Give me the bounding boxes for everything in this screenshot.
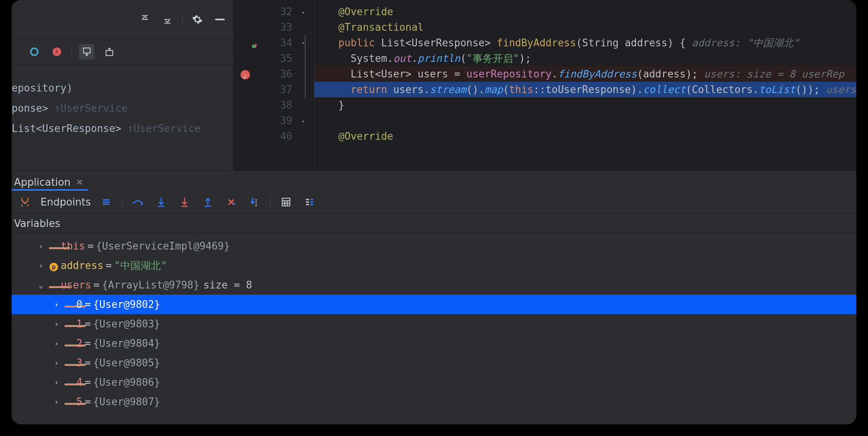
variable-row[interactable]: ⌄ users = {ArrayList@9798} size = 8 [12, 275, 856, 295]
evaluate-expression-icon[interactable] [278, 194, 294, 210]
variable-name: this [61, 240, 85, 252]
variable-row[interactable]: › 3 = {User@9805} [12, 353, 856, 373]
close-icon[interactable]: ✕ [74, 178, 83, 187]
variable-name: 4 [76, 376, 83, 388]
structure-list: epository)ponse> ↑UserServiceList<UserRe… [12, 65, 233, 139]
object-icon [47, 240, 61, 252]
equals-sign: = [83, 299, 93, 310]
variable-value: "中国湖北" [114, 259, 167, 272]
variable-name: users [61, 279, 91, 291]
code-editor[interactable]: ▾ ▾ ▴ 323334353637383940 @Override @Tran… [234, 0, 856, 171]
chevron-right-icon[interactable]: › [51, 319, 62, 329]
gutter-line[interactable]: 36 [234, 66, 314, 82]
structure-item[interactable]: epository) [12, 78, 233, 98]
lambda-icon[interactable]: λ [49, 44, 65, 60]
gutter-line[interactable]: 33 [234, 19, 314, 35]
drop-frame-icon[interactable] [223, 194, 239, 210]
object-icon [62, 376, 76, 388]
debug-panel: Application ✕ Endpoints [12, 171, 856, 424]
variable-row[interactable]: ›p address = "中国湖北" [12, 256, 856, 275]
gear-icon[interactable] [190, 12, 205, 27]
chevron-down-icon[interactable]: ⌄ [35, 280, 47, 290]
code-line[interactable] [315, 113, 856, 128]
debug-tab-bar: Application ✕ [12, 171, 856, 190]
code-line[interactable]: @Override [315, 128, 856, 144]
variable-row[interactable]: › this = {UserServiceImpl@9469} [12, 236, 856, 256]
gutter-line[interactable]: 32 [234, 4, 314, 19]
force-step-into-icon[interactable] [177, 194, 192, 210]
ide-window: λ epository)ponse> ↑UserServiceList<User… [12, 0, 856, 424]
left-side-panel: λ epository)ponse> ↑UserServiceList<User… [12, 0, 234, 171]
left-toolbar-row-1 [12, 0, 233, 39]
left-toolbar-row-2: λ [12, 39, 233, 65]
autoscroll-to-source-icon[interactable] [79, 44, 95, 60]
step-into-icon[interactable] [153, 194, 169, 210]
breakpoint-icon[interactable] [241, 70, 250, 79]
object-icon [62, 338, 76, 349]
trace-icon[interactable] [302, 194, 317, 210]
svg-rect-7 [283, 198, 290, 206]
equals-sign: = [83, 357, 93, 369]
toolbar-separator [182, 13, 183, 26]
code-line[interactable]: @Transactional [315, 19, 856, 35]
threads-icon[interactable] [17, 194, 33, 210]
gutter-line[interactable]: 38 [234, 97, 314, 113]
collapse-all-icon[interactable] [160, 12, 175, 27]
variable-value: {User@9803} [93, 318, 160, 330]
gutter-line[interactable]: 34 [234, 35, 314, 51]
variable-name: 1 [76, 318, 83, 330]
structure-item[interactable]: List<UserResponse> ↑UserService [12, 118, 233, 139]
chevron-right-icon[interactable]: › [51, 397, 62, 406]
breakpoint-marker-icon[interactable] [26, 44, 42, 60]
variable-row[interactable]: › 4 = {User@9806} [12, 373, 856, 392]
variables-tree[interactable]: › this = {UserServiceImpl@9469}›p addres… [12, 233, 856, 424]
tab-label: Application [14, 176, 70, 188]
toolbar-separator [270, 196, 271, 208]
gutter-line[interactable]: 40 [234, 128, 314, 144]
param-icon: p [47, 260, 61, 271]
variable-row[interactable]: › 1 = {User@9803} [12, 314, 856, 334]
variable-name: 0 [76, 299, 83, 310]
tab-application[interactable]: Application ✕ [12, 176, 88, 190]
code-line[interactable]: @Override [315, 4, 856, 19]
variable-value: {User@9807} [93, 396, 160, 408]
layout-icon[interactable] [98, 194, 114, 210]
gutter-line[interactable]: 39 [234, 113, 314, 128]
object-icon [62, 318, 76, 330]
code-line[interactable]: List<User> users = userRepository.findBy… [315, 66, 856, 82]
gutter-line[interactable]: 35 [234, 51, 314, 66]
equals-sign: = [104, 260, 114, 271]
variable-row[interactable]: › 0 = {User@9802} [12, 295, 856, 314]
autoscroll-from-source-icon[interactable] [102, 44, 117, 60]
code-line[interactable]: System.out.println("事务开启"); [315, 51, 856, 66]
gutter-line[interactable]: 37 [234, 82, 314, 97]
chevron-right-icon[interactable]: › [51, 339, 62, 348]
step-out-icon[interactable] [200, 194, 216, 210]
code-line[interactable]: } [315, 97, 856, 113]
equals-sign: = [83, 318, 93, 330]
code-line[interactable]: return users.stream().map(this::toUserRe… [315, 82, 856, 97]
variable-row[interactable]: › 5 = {User@9807} [12, 392, 856, 411]
variable-row[interactable]: › 2 = {User@9804} [12, 334, 856, 353]
equals-sign: = [83, 376, 93, 388]
code-body[interactable]: @Override @Transactional public List<Use… [315, 0, 856, 171]
variable-name: 5 [76, 396, 83, 408]
expand-all-icon[interactable] [137, 12, 153, 27]
svg-rect-0 [215, 19, 225, 20]
step-over-icon[interactable] [130, 194, 146, 210]
chevron-right-icon[interactable]: › [51, 378, 62, 387]
top-region: λ epository)ponse> ↑UserServiceList<User… [12, 0, 856, 171]
variable-value: {User@9802} [93, 299, 160, 310]
chevron-right-icon[interactable]: › [35, 261, 47, 270]
object-icon [62, 357, 76, 369]
chevron-right-icon[interactable]: › [35, 241, 47, 251]
svg-text:λ: λ [55, 48, 58, 55]
equals-sign: = [91, 279, 102, 291]
chevron-right-icon[interactable]: › [51, 358, 62, 367]
run-to-cursor-icon[interactable] [247, 194, 262, 210]
endpoints-label[interactable]: Endpoints [40, 196, 91, 208]
chevron-right-icon[interactable]: › [51, 300, 62, 309]
structure-item[interactable]: ponse> ↑UserService [12, 98, 233, 118]
code-line[interactable]: public List<UserResponse> findByAddress(… [315, 35, 856, 51]
minimize-panel-icon[interactable] [212, 12, 228, 27]
